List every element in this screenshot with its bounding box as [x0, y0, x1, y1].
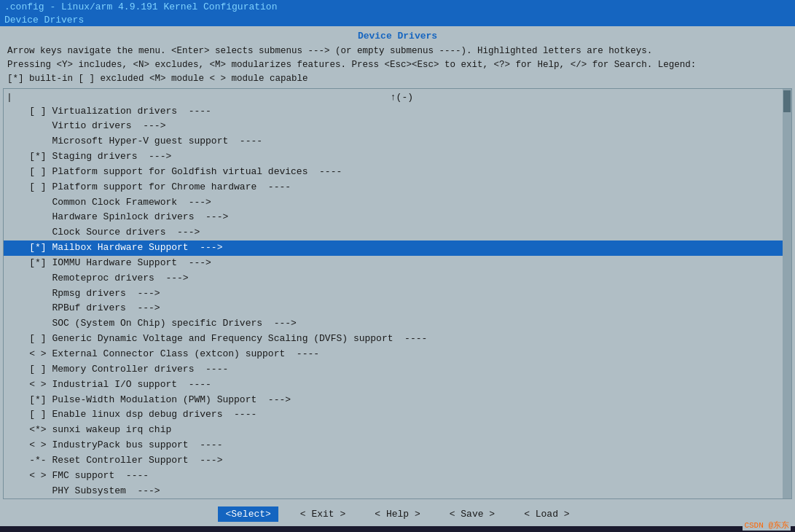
menu-bar: Device Drivers [0, 14, 795, 26]
menu-item-24[interactable]: < > FMC support ---- [4, 469, 791, 484]
menu-item-6[interactable]: Common Clock Framework ---> [4, 195, 791, 211]
menu-item-10[interactable]: [*] IOMMU Hardware Support ---> [4, 256, 791, 271]
scrollbar-thumb[interactable] [783, 90, 791, 112]
exit-button[interactable]: < Exit > [293, 506, 353, 522]
menu-item-5[interactable]: [ ] Platform support for Chrome hardware… [4, 180, 791, 195]
separator-up: | ↑(-) [4, 90, 791, 104]
menu-item-17[interactable]: [ ] Memory Controller drivers ---- [4, 362, 791, 378]
menu-items-container: [ ] Virtualization drivers ---- Virtio d… [4, 104, 791, 500]
left-border-top: | [4, 92, 12, 103]
menu-item-26[interactable]: [ ] Generic powercap sysfs driver ---- [4, 498, 791, 499]
bottom-credit: CSDN @东东 [743, 520, 791, 531]
menu-item-0[interactable]: [ ] Virtualization drivers ---- [4, 104, 791, 120]
help-button[interactable]: < Help > [367, 506, 427, 522]
menu-item-21[interactable]: <*> sunxi wakeup irq chip [4, 423, 791, 438]
load-button[interactable]: < Load > [517, 506, 576, 522]
menu-bar-text: Device Drivers [4, 15, 84, 26]
menu-item-1[interactable]: Virtio drivers ---> [4, 119, 791, 134]
menu-item-25[interactable]: PHY Subsystem ---> [4, 484, 791, 499]
instruction-line-2: Pressing <Y> includes, <N> excludes, <M>… [7, 58, 788, 72]
menu-item-8[interactable]: Clock Source drivers ---> [4, 225, 791, 240]
menu-item-3[interactable]: [*] Staging drivers ---> [4, 149, 791, 165]
menu-item-22[interactable]: < > IndustryPack bus support ---- [4, 438, 791, 453]
menu-item-12[interactable]: Rpmsg drivers ---> [4, 286, 791, 302]
scroll-area[interactable]: | ↑(-) [ ] Virtualization drivers ---- V… [3, 88, 792, 500]
menu-item-13[interactable]: RPBuf drivers ---> [4, 301, 791, 316]
title-bar: .config - Linux/arm 4.9.191 Kernel Confi… [0, 0, 795, 14]
up-arrow-text: ↑(-) [391, 92, 413, 103]
menu-item-2[interactable]: Microsoft Hyper-V guest support ---- [4, 134, 791, 149]
button-bar: <Select>< Exit >< Help >< Save >< Load > [0, 501, 795, 526]
menu-item-20[interactable]: [ ] Enable linux dsp debug drivers ---- [4, 407, 791, 423]
menu-item-7[interactable]: Hardware Spinlock drivers ---> [4, 210, 791, 225]
main-container: Device Drivers Arrow keys navigate the m… [0, 26, 795, 526]
menu-item-11[interactable]: Remoteproc drivers ---> [4, 271, 791, 286]
dialog-title: Device Drivers [0, 26, 795, 43]
menu-item-14[interactable]: SOC (System On Chip) specific Drivers --… [4, 316, 791, 332]
select-button[interactable]: <Select> [218, 506, 278, 522]
instructions: Arrow keys navigate the menu. <Enter> se… [0, 43, 795, 74]
menu-item-23[interactable]: -*- Reset Controller Support ---> [4, 453, 791, 469]
instruction-line-1: Arrow keys navigate the menu. <Enter> se… [7, 44, 788, 58]
menu-item-4[interactable]: [ ] Platform support for Goldfish virtua… [4, 165, 791, 180]
scrollbar[interactable] [783, 89, 791, 499]
menu-item-15[interactable]: [ ] Generic Dynamic Voltage and Frequenc… [4, 332, 791, 347]
save-button[interactable]: < Save > [442, 506, 502, 522]
menu-item-18[interactable]: < > Industrial I/O support ---- [4, 378, 791, 393]
scroll-content: | ↑(-) [ ] Virtualization drivers ---- V… [4, 89, 791, 500]
menu-item-9[interactable]: [*] Mailbox Hardware Support ---> [4, 240, 791, 256]
menu-item-19[interactable]: [*] Pulse-Width Modulation (PWM) Support… [4, 393, 791, 408]
legend: [*] built-in [ ] excluded <M> module < >… [0, 74, 795, 87]
menu-item-16[interactable]: < > External Connector Class (extcon) su… [4, 347, 791, 362]
title-text: .config - Linux/arm 4.9.191 Kernel Confi… [4, 1, 277, 12]
